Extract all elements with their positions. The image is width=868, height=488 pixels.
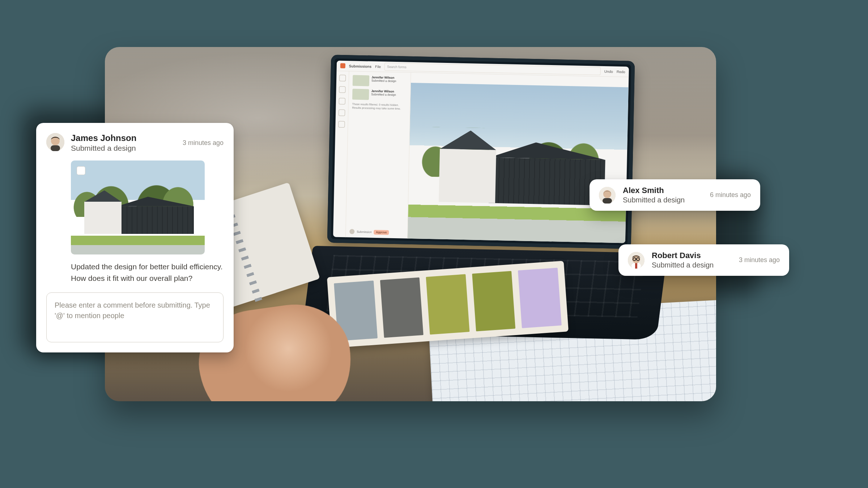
rail-icon[interactable] — [339, 110, 345, 116]
rail-icon[interactable] — [338, 121, 345, 128]
panel-footnote: These results filtered. 0 results hidden… — [352, 103, 406, 111]
timestamp: 6 minutes ago — [710, 191, 751, 199]
author-name: Alex Smith — [623, 186, 693, 195]
toast-submission[interactable]: Alex Smith Submitted a design 6 minutes … — [590, 179, 760, 211]
timestamp: 3 minutes ago — [739, 256, 780, 264]
rail-icon[interactable] — [339, 75, 346, 81]
submission-item[interactable]: Jennifer Wilson Submitted a design — [353, 75, 407, 87]
submission-preview[interactable] — [71, 160, 205, 254]
submission-thumb — [353, 75, 370, 86]
submission-subtitle: Submitted a design — [371, 79, 396, 83]
undo-button[interactable]: Undo — [604, 69, 613, 73]
swatch — [380, 277, 423, 338]
avatar-mini — [349, 229, 354, 234]
comment-body: Updated the design for better build effi… — [71, 261, 224, 284]
author-subtitle: Submitted a design — [652, 261, 722, 269]
swatch — [472, 271, 515, 331]
author-name: James Johnson — [71, 133, 176, 143]
app-title: Submissions — [349, 64, 371, 68]
rail-icon[interactable] — [339, 86, 345, 93]
laptop-screen: Submissions File Search forms Undo Redo — [333, 61, 629, 243]
laptop: Submissions File Search forms Undo Redo — [327, 55, 635, 249]
avatar — [599, 187, 616, 204]
avatar — [46, 133, 64, 151]
svg-point-4 — [603, 190, 611, 198]
design-viewer[interactable] — [408, 73, 629, 243]
approve-button[interactable]: Approve — [374, 230, 389, 235]
author-subtitle: Submitted a design — [71, 144, 176, 153]
toast-submission[interactable]: Robert Davis Submitted a design 3 minute… — [618, 244, 789, 276]
comment-input[interactable]: Please enter a comment before submitting… — [46, 292, 224, 342]
select-checkbox[interactable] — [77, 166, 85, 175]
footer-tag: Submission — [357, 230, 372, 234]
svg-rect-12 — [635, 263, 637, 269]
submission-item[interactable]: Jennifer Wilson Submitted a design — [352, 89, 407, 101]
app-logo-icon — [340, 63, 345, 68]
app-body: Jennifer Wilson Submitted a design Jenni… — [333, 71, 629, 243]
submission-thumb — [352, 89, 369, 100]
rail-icon[interactable] — [339, 98, 345, 104]
swatch — [426, 274, 469, 334]
swatch — [518, 268, 561, 328]
submission-subtitle: Submitted a design — [371, 93, 396, 97]
author-subtitle: Submitted a design — [623, 196, 693, 204]
svg-rect-5 — [603, 198, 612, 204]
comment-card: James Johnson Submitted a design 3 minut… — [36, 123, 234, 352]
svg-rect-2 — [51, 145, 60, 151]
timestamp: 3 minutes ago — [183, 139, 224, 147]
redo-button[interactable]: Redo — [617, 69, 625, 73]
design-render — [408, 83, 629, 243]
avatar — [628, 252, 644, 269]
menu-file[interactable]: File — [375, 64, 381, 68]
submissions-panel: Jennifer Wilson Submitted a design Jenni… — [346, 71, 411, 239]
author-name: Robert Davis — [652, 251, 722, 260]
